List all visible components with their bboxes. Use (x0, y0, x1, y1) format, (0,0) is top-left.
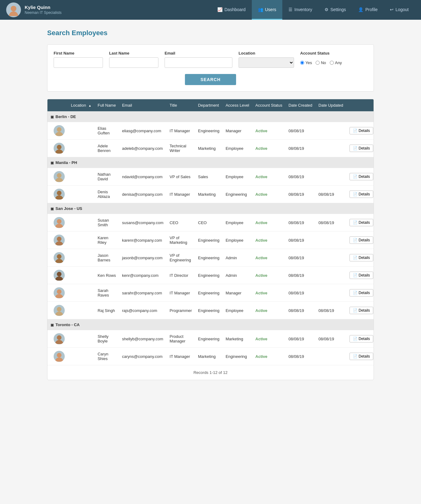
group-row[interactable]: ▣Toronto - CA (47, 319, 374, 330)
svg-point-9 (55, 195, 63, 199)
location-cell (68, 302, 95, 319)
group-row[interactable]: ▣San Jose - US (47, 203, 374, 214)
email-cell: rajs@company.com (119, 302, 166, 319)
first-name-input[interactable] (54, 57, 103, 68)
account-status-cell: Active (252, 186, 285, 203)
access-level-cell: Marketing (223, 330, 252, 348)
location-select[interactable] (239, 57, 294, 68)
nav-item-settings[interactable]: ⚙ Settings (318, 0, 352, 20)
col-access-level: Access Level (223, 99, 252, 111)
svg-point-25 (55, 358, 63, 362)
date-updated-cell (315, 267, 346, 284)
nav-item-label: Dashboard (224, 7, 246, 12)
account-status-cell: Active (252, 232, 285, 249)
table-row: Denis Ablaza denisa@company.com IT Manag… (47, 186, 374, 203)
radio-no-input[interactable] (316, 61, 320, 65)
title-cell: VP of Marketing (166, 232, 195, 249)
nav-item-profile[interactable]: 👤 Profile (352, 0, 384, 20)
avatar-cell (47, 284, 68, 302)
department-cell: Engineering (195, 302, 223, 319)
svg-point-7 (55, 178, 63, 182)
svg-point-22 (57, 307, 61, 312)
nav-item-logout[interactable]: ↩ Logout (384, 0, 415, 20)
nav-item-dashboard[interactable]: 📈 Dashboard (211, 0, 252, 20)
navbar-brand: Kylie Quinn Neeman IT Specialists (6, 2, 62, 17)
actions-cell: 📄 Details (346, 330, 374, 348)
details-button[interactable]: 📄 Details (349, 307, 374, 314)
details-label: Details (359, 256, 370, 260)
group-row[interactable]: ▣Berlin - DE (47, 111, 374, 122)
status-badge: Active (255, 129, 268, 133)
search-btn-row: SEARCH (54, 74, 367, 85)
table-row: Sarah Raves sarahr@company.com IT Manage… (47, 284, 374, 302)
actions-cell: 📄 Details (346, 186, 374, 203)
details-label: Details (359, 146, 370, 150)
status-badge: Active (255, 146, 268, 151)
details-button[interactable]: 📄 Details (349, 219, 374, 226)
email-cell: eliasg@company.com (119, 122, 166, 140)
details-button[interactable]: 📄 Details (349, 173, 374, 180)
table-row: Adele Benren adeleb@company.com Technica… (47, 140, 374, 157)
radio-yes[interactable]: Yes (300, 60, 312, 65)
radio-no[interactable]: No (316, 60, 326, 65)
page-title: Search Employees (47, 29, 374, 37)
last-name-input[interactable] (109, 57, 158, 68)
avatar (54, 189, 65, 200)
title-cell: IT Manager (166, 284, 195, 302)
group-row[interactable]: ▣Manila - PH (47, 157, 374, 168)
nav-item-users[interactable]: 👥 Users (252, 0, 283, 20)
avatar-cell (47, 348, 68, 365)
svg-point-23 (55, 340, 63, 344)
actions-cell: 📄 Details (346, 267, 374, 284)
date-updated-cell (315, 284, 346, 302)
date-updated-cell (315, 122, 346, 140)
logout-icon: ↩ (390, 7, 394, 12)
details-button[interactable]: 📄 Details (349, 289, 374, 297)
details-button[interactable]: 📄 Details (349, 236, 374, 244)
date-created-cell: 08/08/19 (285, 140, 315, 157)
location-cell (68, 122, 95, 140)
account-status-cell: Active (252, 348, 285, 365)
department-cell: Engineering (195, 267, 223, 284)
table-head: Location ▲ Full Name Email Title Departm… (47, 99, 374, 111)
col-date-updated: Date Updated (315, 99, 346, 111)
status-badge: Active (255, 291, 268, 295)
access-level-cell: Manager (223, 122, 252, 140)
radio-any-input[interactable] (330, 61, 334, 65)
col-location[interactable]: Location ▲ (68, 99, 95, 111)
details-button[interactable]: 📄 Details (349, 127, 374, 134)
email-cell: jasonb@company.com (119, 249, 166, 267)
email-label: Email (165, 51, 232, 55)
collapse-icon: ▣ (51, 161, 54, 165)
radio-yes-input[interactable] (300, 61, 304, 65)
details-button[interactable]: 📄 Details (349, 254, 374, 261)
location-label: Location (239, 51, 294, 55)
radio-any[interactable]: Any (330, 60, 342, 65)
document-icon: 📄 (353, 256, 358, 260)
col-date-created: Date Created (285, 99, 315, 111)
account-status-group: Account Status Yes No Any (300, 51, 342, 68)
date-created-cell: 08/08/19 (285, 122, 315, 140)
account-status-cell: Active (252, 168, 285, 186)
department-cell: Marketing (195, 348, 223, 365)
details-button[interactable]: 📄 Details (349, 191, 374, 198)
details-button[interactable]: 📄 Details (349, 335, 374, 342)
details-button[interactable]: 📄 Details (349, 145, 374, 152)
email-input[interactable] (165, 57, 232, 68)
full-name-cell: Caryn Shies (95, 348, 119, 365)
details-label: Details (359, 238, 370, 242)
svg-point-3 (55, 132, 63, 136)
location-group: Location (239, 51, 294, 68)
sort-icon: ▲ (88, 104, 92, 107)
account-status-cell: Active (252, 214, 285, 232)
title-cell: Technical Writer (166, 140, 195, 157)
document-icon: 📄 (353, 291, 358, 295)
full-name-cell: Nathan David (95, 168, 119, 186)
details-button[interactable]: 📄 Details (349, 353, 374, 360)
account-status-cell: Active (252, 122, 285, 140)
nav-item-inventory[interactable]: ☰ Inventory (282, 0, 318, 20)
person-icon: 👤 (358, 7, 363, 12)
search-button[interactable]: SEARCH (185, 74, 236, 85)
svg-point-17 (55, 277, 63, 281)
details-button[interactable]: 📄 Details (349, 272, 374, 279)
